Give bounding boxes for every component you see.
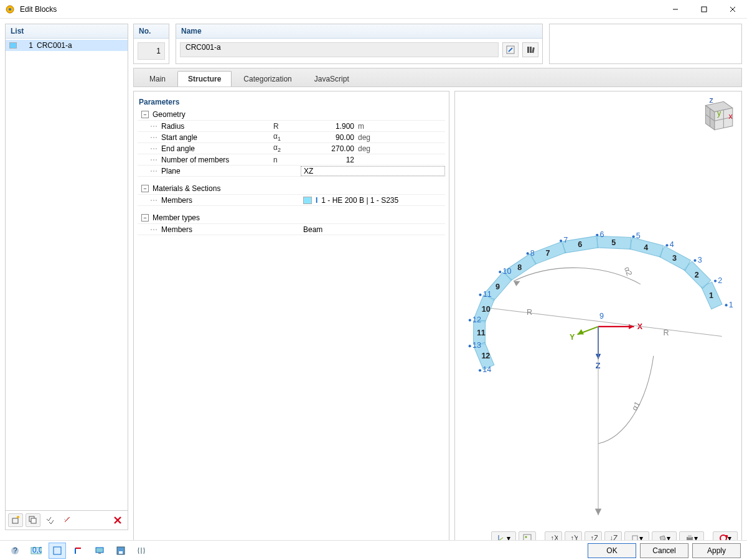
svg-rect-13 (527, 47, 529, 53)
collapse-icon[interactable]: − (141, 185, 149, 192)
uncheck-all-button[interactable] (60, 513, 75, 527)
collapse-icon[interactable]: − (141, 214, 149, 222)
param-members-type[interactable]: ⋯ Members Beam (138, 224, 445, 235)
save-button[interactable] (112, 543, 129, 559)
svg-text:7: 7 (546, 249, 550, 258)
svg-text:11: 11 (483, 290, 492, 299)
svg-text:6: 6 (599, 230, 604, 239)
parameters-title: Parameters (138, 95, 445, 109)
tab-categorization[interactable]: Categorization (233, 71, 302, 86)
svg-rect-106 (688, 535, 692, 538)
svg-text:8: 8 (517, 263, 522, 272)
footer: ? 0,00 OK Cancel Apply (0, 540, 747, 560)
list-body: 1 CRC001-a (6, 39, 128, 510)
svg-point-76 (632, 235, 635, 238)
svg-point-92 (479, 369, 481, 371)
apply-button[interactable]: Apply (692, 543, 741, 558)
svg-rect-14 (530, 47, 532, 53)
svg-text:13: 13 (472, 341, 481, 350)
library-button[interactable] (522, 42, 538, 57)
svg-text:?: ? (13, 546, 17, 555)
block-color-swatch (9, 42, 17, 49)
group-member-types[interactable]: − Member types (138, 212, 445, 224)
name-input[interactable]: CRC001-a (180, 42, 499, 57)
svg-text:8: 8 (530, 249, 535, 258)
minimize-button[interactable] (661, 0, 690, 19)
units-button[interactable]: 0,00 (27, 543, 45, 559)
param-plane[interactable]: ⋯ Plane XZ (138, 166, 445, 177)
svg-text:2: 2 (718, 276, 722, 285)
close-button[interactable] (718, 0, 747, 19)
preview-panel[interactable]: x y z X Y Z 9 (454, 91, 742, 549)
list-item-name: CRC001-a (37, 41, 72, 50)
delete-item-button[interactable] (110, 513, 125, 527)
svg-text:12: 12 (472, 315, 481, 324)
number-box: No. 1 (133, 24, 169, 64)
svg-text:R: R (527, 308, 532, 317)
window-title: Edit Blocks (20, 5, 661, 14)
svg-text:R: R (664, 329, 669, 337)
svg-text:Y: Y (570, 333, 575, 342)
svg-point-74 (665, 244, 668, 246)
svg-text:1: 1 (709, 291, 713, 300)
svg-marker-27 (629, 324, 634, 329)
svg-text:7: 7 (563, 236, 568, 245)
tab-main[interactable]: Main (139, 71, 176, 86)
ok-button[interactable]: OK (588, 543, 636, 558)
svg-point-86 (479, 294, 481, 296)
param-end-angle[interactable]: ⋯ End angle α2 270.00 deg (138, 143, 445, 154)
plane-dropdown[interactable]: XZ (301, 166, 445, 176)
svg-rect-118 (119, 551, 123, 554)
edit-name-button[interactable] (502, 42, 519, 57)
wireframe-button[interactable] (49, 543, 66, 559)
check-all-button[interactable] (43, 513, 58, 527)
maximize-button[interactable] (690, 0, 718, 19)
param-members-section[interactable]: ⋯ Members I 1 - HE 200 B | 1 - S235 (138, 195, 445, 206)
preview-viewport[interactable]: X Y Z 9 α1 α2 R R (455, 91, 741, 549)
svg-point-70 (714, 280, 716, 282)
number-label: No. (134, 24, 169, 39)
svg-text:3: 3 (672, 254, 677, 263)
list-header: List (6, 24, 128, 39)
group-materials[interactable]: − Materials & Sections (138, 183, 445, 195)
name-box: Name CRC001-a (176, 24, 543, 64)
number-value[interactable]: 1 (138, 42, 165, 60)
preview-header-placeholder (549, 24, 742, 64)
tab-javascript[interactable]: JavaScript (304, 71, 360, 86)
svg-text:5: 5 (636, 231, 641, 240)
ibeam-icon: I (316, 196, 317, 205)
new-item-button[interactable] (8, 513, 23, 527)
svg-point-68 (725, 304, 728, 306)
group-geometry[interactable]: − Geometry (138, 109, 445, 121)
help-button[interactable]: ? (6, 543, 24, 559)
model-button[interactable] (70, 543, 87, 559)
svg-text:z: z (710, 96, 713, 105)
svg-rect-3 (702, 7, 707, 12)
display-button[interactable] (91, 543, 108, 559)
svg-point-90 (469, 345, 471, 347)
tab-structure[interactable]: Structure (177, 71, 232, 86)
script-button[interactable] (133, 543, 151, 559)
svg-point-1 (9, 8, 11, 11)
window-titlebar: Edit Blocks (0, 0, 747, 19)
svg-text:1: 1 (729, 301, 733, 309)
app-icon (5, 4, 15, 14)
copy-item-button[interactable] (26, 513, 40, 527)
arc-members: 123456789101112123456781011121314 (469, 230, 733, 375)
svg-text:2: 2 (695, 271, 699, 279)
collapse-icon[interactable]: − (141, 111, 149, 118)
param-radius[interactable]: ⋯ Radius R 1.900 m (138, 121, 445, 132)
svg-text:6: 6 (578, 240, 582, 249)
svg-point-98 (525, 536, 527, 538)
svg-text:14: 14 (482, 365, 491, 374)
navigation-cube[interactable]: x y z (698, 96, 736, 135)
cancel-button[interactable]: Cancel (640, 543, 688, 558)
param-member-count[interactable]: ⋯ Number of members n 12 (138, 154, 445, 166)
list-item[interactable]: 1 CRC001-a (6, 40, 128, 51)
svg-point-88 (469, 319, 471, 321)
svg-line-9 (65, 517, 70, 522)
svg-marker-43 (595, 509, 601, 515)
param-start-angle[interactable]: ⋯ Start angle α1 90.00 deg (138, 132, 445, 143)
svg-text:x: x (729, 112, 733, 121)
svg-point-72 (693, 259, 696, 262)
